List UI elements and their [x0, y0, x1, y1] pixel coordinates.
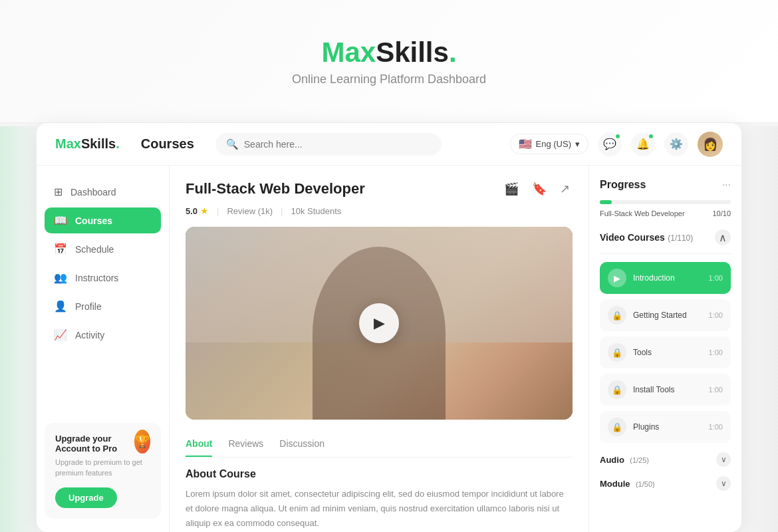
message-icon: 💬: [603, 138, 616, 150]
hero-logo-dot: .: [449, 37, 457, 68]
lock-icon-2: 🔒: [608, 343, 626, 362]
star-icon: ★: [200, 205, 209, 216]
avatar-image: 👩: [698, 132, 723, 157]
module-count: (1/50): [636, 480, 655, 488]
course-rating: 5.0 ★: [186, 205, 209, 216]
course-item-getting-started[interactable]: 🔒 Getting Started 1:00: [600, 299, 731, 331]
course-item-getting-started-time: 1:00: [709, 311, 723, 319]
progress-title: Progress: [600, 179, 646, 191]
course-reviews: Review (1k): [227, 206, 273, 216]
video-courses-title: Video Courses: [600, 232, 665, 243]
course-item-introduction-time: 1:00: [709, 274, 723, 282]
course-item-introduction-label: Introduction: [633, 273, 702, 283]
lock-icon-4: 🔒: [608, 418, 626, 436]
module-section-header[interactable]: Module (1/50) ∨: [600, 476, 731, 491]
progress-bar-fill: [600, 200, 612, 204]
hero-subtitle: Online Learning Platform Dashboard: [292, 72, 486, 86]
progress-course-label: Full-Stack Web Developer: [600, 209, 685, 217]
sidebar: ⊞ Dashboard 📖 Courses 📅 Schedule 👥 Instr…: [37, 166, 170, 532]
course-item-plugins[interactable]: 🔒 Plugins 1:00: [600, 411, 731, 443]
upgrade-title: Upgrade your Account to Pro: [55, 434, 134, 454]
course-content-area: Full-Stack Web Developer 🎬 🔖 ↗ 5.0 ★ | R…: [170, 166, 588, 532]
navbar-logo: MaxSkills.: [55, 136, 120, 152]
sidebar-item-dashboard-label: Dashboard: [70, 187, 116, 198]
rating-number: 5.0: [186, 206, 197, 216]
sidebar-item-instructors[interactable]: 👥 Instructors: [45, 265, 161, 291]
video-thumbnail: ▶: [186, 227, 573, 420]
hero-logo-skills: Skills: [376, 37, 449, 68]
profile-icon: 👤: [54, 300, 67, 313]
course-actions: 🎬 🔖 ↗: [501, 179, 573, 199]
video-courses-toggle[interactable]: ∧: [715, 229, 731, 245]
hero-logo-max: Max: [321, 37, 376, 68]
search-bar: 🔍: [215, 133, 442, 156]
sidebar-item-instructors-label: Instructors: [75, 273, 118, 283]
chevron-down-icon: ▾: [575, 139, 580, 149]
search-icon: 🔍: [226, 138, 239, 150]
course-item-plugins-time: 1:00: [709, 423, 723, 431]
tab-discussion[interactable]: Discussion: [279, 432, 324, 457]
hero-logo: MaxSkills.: [321, 37, 456, 68]
navbar-logo-skills: Skills: [81, 136, 116, 151]
user-avatar[interactable]: 👩: [698, 132, 723, 157]
navbar: MaxSkills. Courses 🔍 🇺🇸 Eng (US) ▾ 💬 🔔 ⚙…: [37, 123, 741, 166]
hero-section: MaxSkills. Online Learning Platform Dash…: [0, 0, 778, 123]
tab-reviews[interactable]: Reviews: [228, 432, 263, 457]
course-item-plugins-label: Plugins: [633, 422, 702, 432]
progress-label: Full-Stack Web Developer 10/10: [600, 209, 731, 217]
courses-icon: 📖: [54, 214, 67, 227]
play-button[interactable]: ▶: [359, 303, 399, 343]
course-item-introduction[interactable]: ▶ Introduction 1:00: [600, 262, 731, 294]
dashboard-icon: ⊞: [54, 186, 63, 198]
audio-toggle-icon: ∨: [716, 452, 731, 467]
notifications-badge: [648, 134, 654, 139]
navbar-actions: 🇺🇸 Eng (US) ▾ 💬 🔔 ⚙️ 👩: [510, 132, 723, 157]
progress-sidebar: Progress ··· Full-Stack Web Developer 10…: [588, 166, 741, 532]
course-meta: 5.0 ★ | Review (1k) | 10k Students: [186, 205, 573, 216]
audio-section-header[interactable]: Audio (1/25) ∨: [600, 452, 731, 467]
course-video-icon-button[interactable]: 🎬: [501, 179, 521, 199]
messages-button[interactable]: 💬: [598, 132, 622, 156]
progress-header: Progress ···: [600, 179, 731, 191]
flag-icon: 🇺🇸: [519, 138, 532, 150]
course-share-button[interactable]: ↗: [557, 179, 573, 199]
sidebar-item-schedule[interactable]: 📅 Schedule: [45, 236, 161, 262]
video-courses-count: (1/110): [668, 233, 693, 243]
notifications-button[interactable]: 🔔: [631, 132, 655, 156]
course-header: Full-Stack Web Developer 🎬 🔖 ↗: [186, 179, 573, 199]
upgrade-description: Upgrade to premium to get premium featur…: [55, 458, 150, 478]
progress-more-button[interactable]: ···: [722, 179, 731, 191]
course-item-install-tools[interactable]: 🔒 Install Tools 1:00: [600, 374, 731, 406]
sidebar-item-activity-label: Activity: [75, 330, 104, 340]
settings-button[interactable]: ⚙️: [664, 132, 688, 156]
course-bookmark-button[interactable]: 🔖: [529, 179, 549, 199]
dashboard-container: MaxSkills. Courses 🔍 🇺🇸 Eng (US) ▾ 💬 🔔 ⚙…: [37, 123, 741, 532]
video-courses-section-header: Video Courses (1/110) ∧: [600, 229, 731, 254]
main-content: ⊞ Dashboard 📖 Courses 📅 Schedule 👥 Instr…: [37, 166, 741, 532]
course-item-tools[interactable]: 🔒 Tools 1:00: [600, 336, 731, 368]
sidebar-item-dashboard[interactable]: ⊞ Dashboard: [45, 179, 161, 205]
course-video[interactable]: ▶: [186, 227, 573, 420]
progress-count: 10/10: [712, 209, 731, 217]
sidebar-item-courses[interactable]: 📖 Courses: [45, 207, 161, 233]
instructors-icon: 👥: [54, 271, 67, 284]
progress-bar-container: [600, 200, 731, 204]
search-input[interactable]: [244, 139, 431, 150]
language-selector[interactable]: 🇺🇸 Eng (US) ▾: [510, 134, 588, 154]
lock-icon-3: 🔒: [608, 380, 626, 399]
about-text: Lorem ipsum dolor sit amet, consectetur …: [186, 487, 573, 531]
audio-title: Audio: [600, 455, 624, 465]
messages-badge: [615, 134, 620, 139]
course-item-getting-started-label: Getting Started: [633, 311, 702, 320]
course-item-tools-label: Tools: [633, 348, 702, 357]
tab-about[interactable]: About: [186, 432, 212, 457]
navbar-title: Courses: [141, 136, 194, 152]
play-icon: ▶: [608, 269, 626, 287]
pro-badge: 🏆: [134, 430, 150, 454]
sidebar-item-activity[interactable]: 📈 Activity: [45, 322, 161, 348]
sidebar-item-profile[interactable]: 👤 Profile: [45, 293, 161, 319]
upgrade-button[interactable]: Upgrade: [55, 487, 117, 508]
side-panel-right: [738, 126, 778, 532]
schedule-icon: 📅: [54, 243, 67, 255]
audio-count: (1/25): [630, 456, 649, 464]
